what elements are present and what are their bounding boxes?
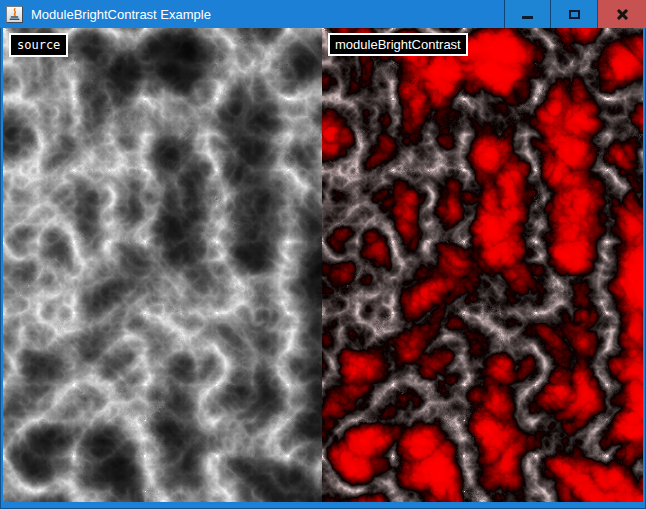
content-area: source moduleBrightCont (3, 28, 643, 502)
source-image (3, 28, 322, 502)
maximize-icon (569, 10, 580, 19)
minimize-icon (522, 16, 533, 19)
app-window: ModuleBrightContrast Example (0, 0, 646, 509)
minimize-button[interactable] (504, 0, 550, 28)
maximize-button[interactable] (550, 0, 597, 28)
close-icon (616, 8, 629, 21)
java-coffee-cup-glyph (8, 8, 21, 21)
module-bright-contrast-panel: moduleBrightContrast (322, 28, 643, 502)
close-button[interactable] (597, 0, 646, 28)
window-title: ModuleBrightContrast Example (31, 7, 211, 22)
source-image-panel: source (3, 28, 322, 502)
source-label: source (9, 33, 68, 57)
java-coffee-cup-icon[interactable] (6, 6, 23, 23)
window-controls (504, 0, 646, 28)
titlebar[interactable]: ModuleBrightContrast Example (0, 0, 646, 28)
module-bright-contrast-label: moduleBrightContrast (328, 33, 468, 56)
module-bright-contrast-image (322, 28, 643, 502)
